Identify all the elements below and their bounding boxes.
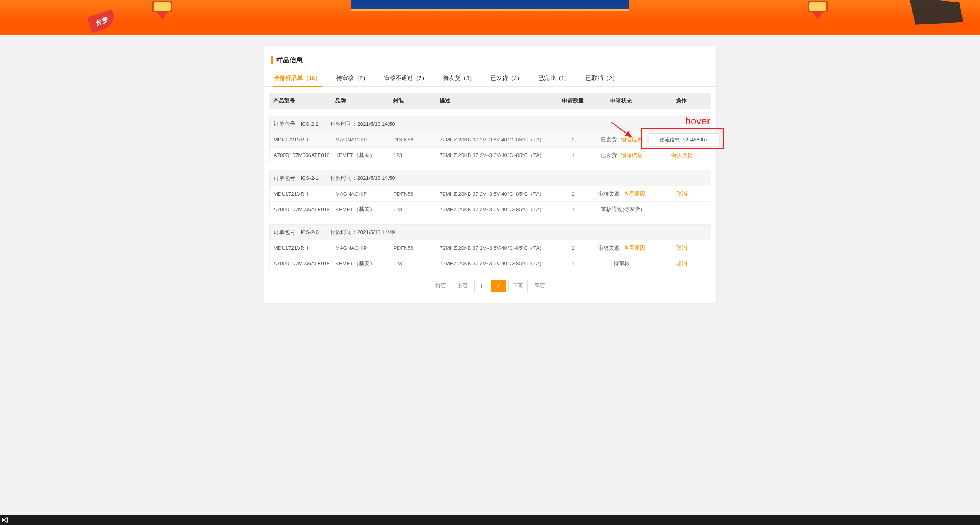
page-last[interactable]: 尾页 [530, 280, 549, 292]
pay-time-value: 2021/5/18 14:49 [357, 229, 395, 235]
cell-status: 审核通过(待发货) [595, 206, 649, 213]
th-qty: 申请数量 [552, 97, 594, 104]
cell-brand: KEMET（基美） [336, 152, 394, 159]
pagination: 首页 上页 12 下页 尾页 [264, 280, 716, 292]
cell-brand: MAGNACHIP [336, 191, 394, 197]
th-brand: 品牌 [335, 97, 393, 104]
cell-brand: KEMET（基美） [336, 206, 394, 213]
page-number[interactable]: 2 [491, 280, 506, 292]
cell-op[interactable]: 确认收货 [649, 152, 714, 159]
cell-op[interactable]: 取消 [649, 260, 714, 267]
shipping-tooltip: 物流信息: 123456987 [648, 133, 719, 146]
order-group: 订单包号：ICS-2-2付款时间：2021/5/18 14:50MDU1721V… [269, 116, 711, 163]
cell-qty: 2 [552, 137, 595, 143]
table-row: MDU1721VRHMAGNACHIPPDFN5672MHZ 20KB 37 2… [270, 132, 711, 147]
sample-info-card: 样品信息 全部样品单（16）待审核（2）审核不通过（6）待发货（3）已发货（2）… [264, 46, 716, 303]
pay-time-label: 付款时间：2021/5/18 14:50 [330, 175, 395, 182]
pay-time-label: 付款时间：2021/5/18 14:50 [330, 121, 395, 128]
cell-qty: 1 [552, 152, 595, 158]
cell-pkg: PDFN56 [394, 137, 440, 143]
svg-rect-1 [154, 2, 171, 11]
status-link[interactable]: 查看原因 [624, 191, 645, 197]
status-link[interactable]: 物流信息 [621, 152, 643, 158]
status-tabs: 全部样品单（16）待审核（2）审核不通过（6）待发货（3）已发货（2）已完成（1… [264, 68, 716, 87]
free-ribbon: 免费 [87, 10, 117, 33]
promo-banner: 免费 [0, 0, 980, 35]
page-number[interactable]: 1 [474, 280, 489, 292]
cell-pkg: PDFN56 [394, 191, 440, 197]
tab-0[interactable]: 全部样品单（16） [273, 71, 322, 87]
annotation-label: hover [685, 115, 710, 127]
cell-pkg: PDFN56 [394, 245, 440, 251]
order-group: 订单包号：ICS-2-0付款时间：2021/5/18 14:49MDU1721V… [269, 224, 711, 271]
cell-pkg: 123 [394, 261, 440, 266]
cell-desc: 72MHZ 20KB 37 2V~3.6V-40°C~85°C（TA） [440, 245, 552, 252]
pay-time-value: 2021/5/18 14:50 [357, 175, 395, 181]
order-no-label: 订单包号：ICS-2-2 [274, 121, 319, 128]
table-row: MDU1721VRHMAGNACHIPPDFN5672MHZ 20KB 37 2… [270, 186, 711, 201]
cell-desc: 72MHZ 20KB 37 2V~3.6V-40°C~85°C（TA） [440, 191, 552, 198]
th-model: 产品型号 [273, 97, 335, 104]
cell-desc: 72MHZ 20KB 37 2V~3.6V-40°C~85°C（TA） [440, 136, 552, 143]
medal-right-icon [805, 0, 830, 22]
order-no-value: ICS-2-0 [301, 229, 319, 235]
pay-time-value: 2021/5/18 14:50 [357, 121, 395, 127]
cell-model: A700D107M006ATE018 [274, 206, 336, 212]
cell-op[interactable]: 取消 [649, 191, 714, 198]
medal-left-icon [150, 0, 175, 22]
cell-desc: 72MHZ 20KB 37 2V~3.6V-40°C~85°C（TA） [440, 260, 552, 267]
tab-5[interactable]: 已完成（1） [537, 71, 571, 87]
cell-status: 待审核 [595, 260, 649, 267]
th-pkg: 封装 [393, 97, 440, 104]
table-header: 产品型号 品牌 封装 描述 申请数量 申请状态 操作 [269, 93, 711, 109]
th-op: 操作 [648, 97, 714, 104]
cell-op[interactable]: 取消 [649, 245, 714, 252]
order-no-value: ICS-2-1 [301, 175, 319, 181]
cell-status: 已发货物流信息 [595, 136, 649, 143]
tab-2[interactable]: 审核不通过（6） [383, 71, 428, 87]
card-title: 样品信息 [264, 46, 716, 68]
cell-brand: MAGNACHIP [336, 245, 394, 251]
product-silhouette-icon [904, 0, 967, 34]
card-title-text: 样品信息 [276, 56, 303, 65]
cell-model: A700D107M006ATE018 [274, 152, 336, 158]
cell-qty: 2 [552, 245, 595, 251]
cell-qty: 1 [552, 206, 595, 212]
th-status: 申请状态 [594, 97, 648, 104]
cell-model: MDU1721VRH [274, 245, 336, 251]
cell-pkg: 123 [394, 152, 440, 158]
cell-qty: 2 [552, 191, 595, 197]
cell-status: 已发货物流信息 [595, 152, 649, 159]
tab-4[interactable]: 已发货（2） [490, 71, 523, 87]
order-no-label: 订单包号：ICS-2-1 [274, 175, 319, 182]
status-link[interactable]: 查看原因 [624, 245, 645, 251]
cell-model: MDU1721VRH [274, 191, 336, 197]
table-row: A700D107M006ATE018KEMET（基美）12372MHZ 20KB… [270, 201, 711, 217]
table-row: A700D107M006ATE018KEMET（基美）12372MHZ 20KB… [270, 147, 711, 163]
page-first[interactable]: 首页 [431, 280, 450, 292]
order-no-value: ICS-2-2 [301, 121, 319, 127]
svg-rect-3 [809, 2, 826, 11]
cell-brand: MAGNACHIP [336, 137, 394, 143]
cell-status: 审核失败查看原因 [595, 191, 649, 198]
order-group-header: 订单包号：ICS-2-0付款时间：2021/5/18 14:49 [270, 225, 711, 240]
order-group: 订单包号：ICS-2-1付款时间：2021/5/18 14:50MDU1721V… [269, 170, 711, 217]
title-accent-bar [271, 56, 273, 64]
th-desc: 描述 [440, 97, 552, 104]
cell-qty: 1 [552, 261, 595, 266]
tab-1[interactable]: 待审核（2） [336, 71, 369, 87]
tab-6[interactable]: 已取消（2） [585, 71, 619, 87]
cell-pkg: 123 [394, 206, 440, 212]
status-link[interactable]: 物流信息 [621, 137, 643, 143]
page-next[interactable]: 下页 [508, 280, 528, 292]
page-prev[interactable]: 上页 [453, 280, 472, 292]
pay-time-label: 付款时间：2021/5/18 14:49 [330, 229, 395, 236]
banner-title-bar [351, 0, 629, 11]
cell-model: A700D107M006ATE018 [274, 261, 336, 266]
order-group-header: 订单包号：ICS-2-1付款时间：2021/5/18 14:50 [270, 170, 711, 186]
table-row: MDU1721VRHMAGNACHIPPDFN5672MHZ 20KB 37 2… [270, 240, 711, 256]
table-row: A700D107M006ATE018KEMET（基美）12372MHZ 20KB… [270, 256, 711, 271]
order-group-header: 订单包号：ICS-2-2付款时间：2021/5/18 14:50 [270, 116, 711, 132]
cell-status: 审核失败查看原因 [595, 245, 649, 252]
tab-3[interactable]: 待发货（3） [442, 71, 476, 87]
